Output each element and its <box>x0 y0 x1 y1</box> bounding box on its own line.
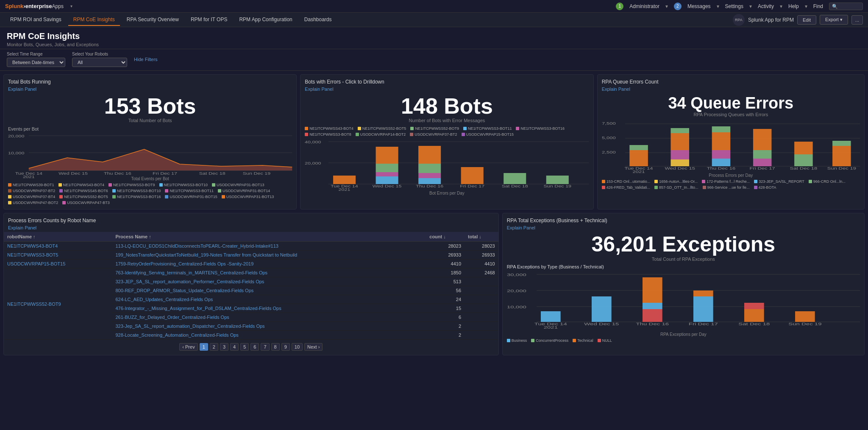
svg-rect-29 <box>546 176 569 184</box>
nav-dashboards[interactable]: Dashboards <box>299 14 337 26</box>
bots-errors-number: 148 Bots <box>305 95 589 117</box>
process-link[interactable]: 928-Locate_Screening_Automation_Centrali… <box>115 332 238 338</box>
robot-link[interactable]: USODCWVRPAP15-BOT15 <box>7 261 65 266</box>
admin-menu[interactable]: Administrator <box>629 3 659 9</box>
process-link[interactable]: 1759-RetryOrderProvisioning_Centralized-… <box>115 261 253 266</box>
page-2[interactable]: 2 <box>210 343 218 351</box>
total-bots-explain[interactable]: Explain Panel <box>8 87 292 92</box>
page-1[interactable]: 1 <box>200 343 208 351</box>
process-link[interactable]: 800-REF_DROP_ARMOR_Status_Update_Central… <box>115 288 253 293</box>
queue-errors-legend: 153-CRD Onl...utomatio... 1656-AutoA...l… <box>602 179 860 190</box>
activity-menu[interactable]: Activity <box>758 3 774 9</box>
robot-link[interactable]: NE1ITCPWWSS52-BOT9 <box>7 302 61 307</box>
more-button[interactable]: ... <box>851 15 863 25</box>
main-content: Total Bots Running Explain Panel 153 Bot… <box>0 71 868 359</box>
svg-rect-76 <box>592 296 612 322</box>
svg-rect-60 <box>832 141 851 146</box>
page-5[interactable]: 5 <box>240 343 249 351</box>
queue-errors-explain[interactable]: Explain Panel <box>602 87 860 92</box>
robots-label: Select Your Robots <box>72 52 127 56</box>
page-10[interactable]: 10 <box>292 343 303 351</box>
page-9[interactable]: 9 <box>281 343 290 351</box>
count-cell: 1850 <box>426 268 465 277</box>
table-row: NE1ITCPWWSS3-BOT5 199_NotesTransferQuick… <box>4 251 498 260</box>
page-8[interactable]: 8 <box>271 343 280 351</box>
svg-rect-18 <box>333 176 356 184</box>
process-link[interactable]: 476-Integrator_-_Missing_Assignment_for_… <box>115 306 281 311</box>
legend-concurrent: ConcurrentProcess <box>536 338 568 343</box>
svg-text:Thu Dec 16: Thu Dec 16 <box>636 322 669 326</box>
svg-rect-58 <box>794 154 813 166</box>
process-link[interactable]: 323-Jep_SA_SL_report_automation_Dispatch… <box>115 324 264 329</box>
rpa-exceptions-panel: RPA Total Exceptions (Business + Technic… <box>502 213 865 355</box>
process-errors-explain[interactable]: Explain Panel <box>4 225 498 230</box>
nav-rpm-app-config[interactable]: RPM App Configuration <box>234 14 297 26</box>
svg-text:2021: 2021 <box>339 187 351 192</box>
process-link[interactable]: 323-JEP_SA_SL_report_automation_Performe… <box>115 279 264 284</box>
robot-link[interactable]: NE1ITCPWWS43-BOT4 <box>7 243 58 249</box>
svg-rect-80 <box>693 296 713 322</box>
svg-text:Sun Dec 19: Sun Dec 19 <box>788 322 821 326</box>
col-robot-name[interactable]: robotName ↑ <box>4 232 112 242</box>
page-6[interactable]: 6 <box>250 343 259 351</box>
bots-errors-chart[interactable]: 40,000 20,000 <box>305 138 589 189</box>
svg-rect-25 <box>418 173 441 178</box>
find-input[interactable] <box>829 3 863 10</box>
svg-rect-20 <box>376 164 398 172</box>
nav-rpm-it-ops[interactable]: RPM for IT OPS <box>186 14 232 26</box>
export-button[interactable]: Export ▾ <box>820 15 848 25</box>
bots-errors-explain[interactable]: Explain Panel <box>305 87 589 92</box>
process-link[interactable]: 113-LQ-EOCU_EODS1ChildDisconnectsToPEARL… <box>115 243 278 249</box>
svg-rect-46 <box>670 133 689 150</box>
col-total[interactable]: total ↓ <box>465 232 498 242</box>
svg-rect-21 <box>376 172 398 176</box>
svg-text:5,000: 5,000 <box>602 136 616 140</box>
next-button[interactable]: Next › <box>304 343 323 351</box>
process-errors-title: Process Errors Counts by Robot Name <box>4 218 498 223</box>
process-link[interactable]: 763-Identifying_Serving_terminals_in_MAR… <box>115 270 267 275</box>
filters-bar: Select Time Range Between Date-times Sel… <box>0 49 868 71</box>
robots-select[interactable]: All <box>72 58 127 67</box>
process-link[interactable]: 261-BUZZ_for_Delayed_Order_Centralized-F… <box>115 315 229 320</box>
exceptions-chart-label: RPA Exceptions per Day <box>507 332 860 337</box>
queue-errors-chart-label: Process Errors per Day <box>602 173 860 178</box>
svg-marker-5 <box>29 149 292 170</box>
col-count[interactable]: count ↓ <box>426 232 465 242</box>
count-cell: 26933 <box>426 251 465 260</box>
help-menu[interactable]: Help <box>788 3 799 9</box>
svg-rect-47 <box>670 128 689 133</box>
messages-menu[interactable]: Messages <box>687 3 711 9</box>
col-process-name[interactable]: Process Name ↑ <box>112 232 426 242</box>
robot-link[interactable]: NE1ITCPWWSS3-BOT5 <box>7 252 58 257</box>
apps-menu[interactable]: Apps <box>52 3 64 9</box>
time-range-select[interactable]: Between Date-times <box>7 58 65 67</box>
page-4[interactable]: 4 <box>230 343 239 351</box>
nav-coe-insights[interactable]: RPM CoE Insights <box>68 14 120 26</box>
svg-text:Fri Dec 17: Fri Dec 17 <box>153 171 177 176</box>
messages-count: 2 <box>674 3 682 10</box>
svg-text:Sat Dec 18: Sat Dec 18 <box>199 171 225 176</box>
svg-rect-54 <box>753 129 772 150</box>
svg-rect-51 <box>712 126 730 132</box>
page-3[interactable]: 3 <box>220 343 228 351</box>
table-row: USODCWVRPAP15-BOT15 1759-RetryOrderProvi… <box>4 260 498 268</box>
nav-roi-savings[interactable]: RPM ROI and Savings <box>5 14 67 26</box>
total-cell <box>465 304 498 313</box>
settings-menu[interactable]: Settings <box>725 3 743 9</box>
page-7[interactable]: 7 <box>261 343 269 351</box>
find-label: Find <box>813 3 823 9</box>
total-cell <box>465 286 498 295</box>
hide-filters-button[interactable]: Hide Filters <box>134 57 158 62</box>
exceptions-chart-title: RPA Exceptions by Type (Business / Techn… <box>507 264 860 269</box>
svg-text:20,000: 20,000 <box>8 134 24 138</box>
svg-text:Wed Dec 15: Wed Dec 15 <box>584 322 619 326</box>
count-cell: 6 <box>426 313 465 322</box>
nav-rpa-security[interactable]: RPA Security Overview <box>122 14 184 26</box>
prev-button[interactable]: ‹ Prev <box>179 343 198 351</box>
process-link[interactable]: 199_NotesTransferQuickstartToNetbuild_19… <box>115 252 297 257</box>
count-cell: 56 <box>426 286 465 295</box>
rpa-exceptions-explain[interactable]: Explain Panel <box>507 225 860 230</box>
edit-button[interactable]: Edit <box>797 15 816 25</box>
count-cell: 24 <box>426 295 465 304</box>
process-link[interactable]: 624-LC_AED_Updates_Centralized-Fields Op… <box>115 297 213 302</box>
